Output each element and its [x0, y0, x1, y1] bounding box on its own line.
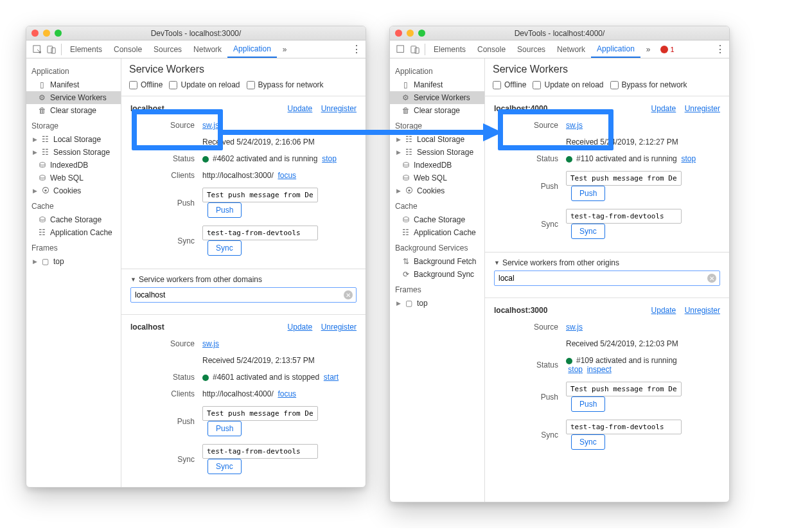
- sidebar-item-websql[interactable]: ⛁Web SQL: [390, 172, 484, 184]
- push-button[interactable]: Push: [207, 421, 242, 436]
- sidebar-item-manifest[interactable]: ▯Manifest: [26, 78, 121, 91]
- sync-button[interactable]: Sync: [207, 459, 242, 474]
- sidebar-item-cookies[interactable]: ▶⦿Cookies: [26, 184, 121, 197]
- source-label: Source: [130, 121, 195, 130]
- sidebar-item-app-cache[interactable]: ☷Application Cache: [390, 226, 484, 239]
- sidebar-item-local-storage[interactable]: ▶☷Local Storage: [390, 133, 484, 146]
- focus-link[interactable]: focus: [278, 389, 296, 398]
- bypass-network-checkbox[interactable]: Bypass for network: [610, 80, 687, 89]
- sync-label: Sync: [130, 455, 195, 464]
- tab-network[interactable]: Network: [188, 40, 227, 58]
- sidebar-item-cache-storage[interactable]: ⛁Cache Storage: [26, 213, 121, 226]
- tab-network[interactable]: Network: [551, 40, 591, 58]
- tab-console[interactable]: Console: [472, 40, 511, 58]
- clear-icon[interactable]: ✕: [707, 274, 716, 283]
- device-toolbar-icon[interactable]: [44, 42, 58, 57]
- sidebar-item-cookies[interactable]: ▶⦿Cookies: [390, 184, 484, 197]
- tab-elements[interactable]: Elements: [428, 40, 472, 58]
- stop-link[interactable]: stop: [568, 365, 583, 374]
- sidebar-item-top-frame[interactable]: ▶▢top: [390, 297, 484, 310]
- device-toolbar-icon[interactable]: [408, 42, 422, 57]
- sidebar-item-clear-storage[interactable]: 🗑Clear storage: [26, 104, 121, 117]
- tab-elements[interactable]: Elements: [64, 40, 108, 58]
- sync-button[interactable]: Sync: [571, 224, 605, 239]
- unregister-link[interactable]: Unregister: [321, 323, 357, 332]
- push-button[interactable]: Push: [207, 202, 242, 218]
- push-button[interactable]: Push: [571, 396, 605, 412]
- source-link[interactable]: sw.js: [566, 121, 583, 130]
- start-link[interactable]: start: [324, 373, 339, 382]
- sidebar-item-session-storage[interactable]: ▶☷Session Storage: [26, 146, 121, 159]
- source-link[interactable]: sw.js: [202, 339, 219, 348]
- sw-options: Offline Update on reload Bypass for netw…: [485, 78, 729, 96]
- sidebar-item-bg-sync[interactable]: ⟳Background Sync: [390, 268, 484, 281]
- sync-button[interactable]: Sync: [571, 434, 605, 450]
- more-icon[interactable]: ⋮: [715, 43, 725, 55]
- sidebar-item-websql[interactable]: ⛁Web SQL: [26, 172, 121, 184]
- sidebar-item-local-storage[interactable]: ▶☷Local Storage: [26, 133, 121, 146]
- update-on-reload-checkbox[interactable]: Update on reload: [533, 80, 603, 89]
- push-input[interactable]: [566, 171, 682, 186]
- sidebar-item-label: Service Workers: [50, 93, 107, 102]
- sidebar-item-cache-storage[interactable]: ⛁Cache Storage: [390, 213, 484, 226]
- update-link[interactable]: Update: [288, 323, 313, 332]
- push-label: Push: [494, 393, 558, 402]
- source-link[interactable]: sw.js: [566, 323, 583, 332]
- unregister-link[interactable]: Unregister: [685, 306, 720, 315]
- svg-rect-3: [397, 45, 404, 52]
- tab-application[interactable]: Application: [227, 40, 277, 58]
- clear-icon[interactable]: ✕: [344, 290, 353, 299]
- sidebar-item-label: Application Cache: [50, 228, 112, 237]
- sidebar-item-app-cache[interactable]: ☷Application Cache: [26, 226, 121, 239]
- update-link[interactable]: Update: [651, 104, 676, 113]
- tab-overflow[interactable]: »: [277, 40, 293, 58]
- push-input[interactable]: [202, 188, 318, 202]
- tab-sources[interactable]: Sources: [511, 40, 551, 58]
- sidebar-item-service-workers[interactable]: ⚙Service Workers: [26, 91, 121, 104]
- stop-link[interactable]: stop: [681, 154, 696, 163]
- push-button[interactable]: Push: [571, 186, 605, 201]
- sync-input[interactable]: [202, 444, 318, 459]
- sync-input[interactable]: [202, 226, 318, 240]
- more-icon[interactable]: ⋮: [351, 43, 362, 55]
- offline-checkbox[interactable]: Offline: [129, 80, 163, 89]
- sidebar-item-service-workers[interactable]: ⚙Service Workers: [390, 91, 484, 104]
- devtools-tabs: Elements Console Sources Network Applica…: [26, 40, 366, 58]
- sidebar-item-top-frame[interactable]: ▶▢top: [26, 255, 121, 268]
- sync-input[interactable]: [566, 420, 682, 434]
- tab-application[interactable]: Application: [591, 40, 640, 58]
- error-badge[interactable]: 1: [660, 46, 675, 53]
- update-link[interactable]: Update: [651, 306, 676, 315]
- unregister-link[interactable]: Unregister: [685, 104, 720, 113]
- sync-button[interactable]: Sync: [207, 240, 242, 256]
- filter-input[interactable]: [494, 270, 720, 286]
- update-link[interactable]: Update: [288, 104, 313, 113]
- sidebar-item-indexeddb[interactable]: ⛁IndexedDB: [26, 159, 121, 172]
- sync-input[interactable]: [566, 209, 682, 224]
- sidebar-item-session-storage[interactable]: ▶☷Session Storage: [390, 146, 484, 159]
- tab-overflow[interactable]: »: [640, 40, 657, 58]
- other-origins-toggle[interactable]: ▼Service workers from other origins: [494, 256, 720, 270]
- offline-checkbox[interactable]: Offline: [493, 80, 526, 89]
- filter-input[interactable]: [130, 287, 357, 303]
- sidebar-item-bg-fetch[interactable]: ⇅Background Fetch: [390, 255, 484, 268]
- other-origins-heading: Service workers from other origins: [502, 258, 619, 267]
- inspect-link[interactable]: inspect: [587, 365, 612, 374]
- push-input[interactable]: [566, 382, 682, 396]
- bypass-network-checkbox[interactable]: Bypass for network: [247, 80, 324, 89]
- sidebar-item-clear-storage[interactable]: 🗑Clear storage: [390, 104, 484, 117]
- inspect-icon[interactable]: [30, 42, 44, 57]
- inspect-icon[interactable]: [394, 42, 408, 57]
- push-input[interactable]: [202, 406, 318, 421]
- unregister-link[interactable]: Unregister: [321, 104, 357, 113]
- source-link[interactable]: sw.js: [202, 121, 219, 130]
- stop-link[interactable]: stop: [322, 154, 337, 163]
- sidebar-item-manifest[interactable]: ▯Manifest: [390, 78, 484, 91]
- update-on-reload-checkbox[interactable]: Update on reload: [169, 80, 240, 89]
- sidebar-item-label: Manifest: [414, 80, 443, 89]
- sidebar-item-indexeddb[interactable]: ⛁IndexedDB: [390, 159, 484, 172]
- tab-console[interactable]: Console: [108, 40, 148, 58]
- tab-sources[interactable]: Sources: [148, 40, 188, 58]
- focus-link[interactable]: focus: [278, 171, 296, 180]
- other-origins-toggle[interactable]: ▼Service workers from other domains: [130, 273, 357, 287]
